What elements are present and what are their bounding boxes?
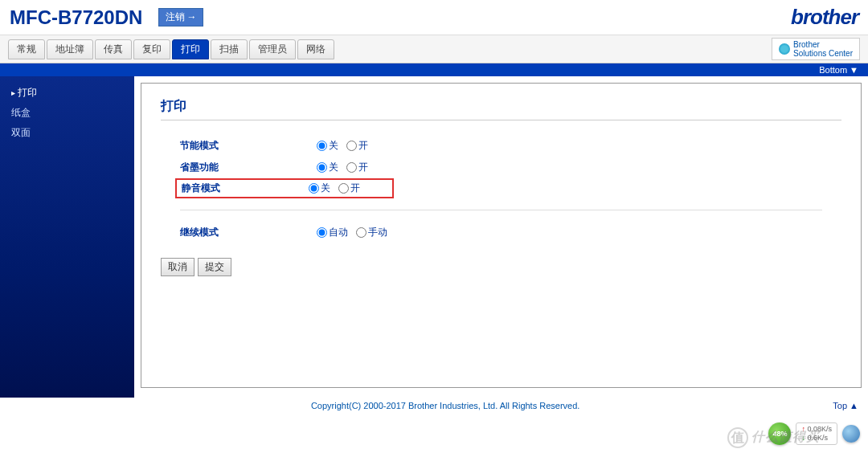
- form-buttons: 取消 提交: [161, 258, 841, 276]
- radio-input[interactable]: [338, 183, 349, 194]
- radio-option-0[interactable]: 关: [317, 161, 338, 174]
- tab-3[interactable]: 复印: [133, 39, 170, 59]
- form-row-3: 继续模式自动手动: [161, 222, 841, 243]
- tab-4[interactable]: 打印: [172, 39, 209, 59]
- form-row-1: 省墨功能关开: [161, 157, 841, 178]
- form-label: 继续模式: [180, 226, 317, 239]
- tab-1[interactable]: 地址簿: [47, 39, 93, 59]
- page-title: 打印: [161, 98, 841, 120]
- content-panel: 打印 节能模式关开省墨功能关开静音模式关开继续模式自动手动 取消 提交: [141, 83, 862, 388]
- copyright-text: Copyright(C) 2000-2017 Brother Industrie…: [58, 401, 833, 410]
- tab-0[interactable]: 常规: [8, 39, 45, 59]
- solutions-line2: Solutions Center: [793, 49, 853, 58]
- tab-7[interactable]: 网络: [297, 39, 334, 59]
- brand-logo: brother: [791, 5, 858, 30]
- radio-input[interactable]: [356, 227, 366, 238]
- radio-option-1[interactable]: 开: [346, 139, 368, 153]
- header: MFC-B7720DN 注销 brother: [0, 0, 868, 35]
- radio-option-0[interactable]: 关: [317, 139, 338, 153]
- divider: [180, 210, 822, 210]
- main: 打印纸盒双面 打印 节能模式关开省墨功能关开静音模式关开继续模式自动手动 取消 …: [0, 76, 868, 398]
- radio-option-0[interactable]: 自动: [317, 226, 348, 239]
- radio-input[interactable]: [317, 162, 327, 173]
- radio-input[interactable]: [317, 141, 327, 151]
- content-wrap: 打印 节能模式关开省墨功能关开静音模式关开继续模式自动手动 取消 提交: [134, 76, 868, 398]
- form-label: 静音模式: [177, 182, 309, 195]
- solutions-line1: Brother: [793, 40, 820, 49]
- form-options: 关开: [317, 139, 368, 153]
- radio-option-1[interactable]: 开: [346, 161, 368, 174]
- bottom-link[interactable]: Bottom ▼: [0, 63, 868, 76]
- tab-2[interactable]: 传真: [95, 39, 132, 59]
- solutions-center-link[interactable]: Brother Solutions Center: [772, 38, 860, 60]
- submit-button[interactable]: 提交: [198, 258, 231, 276]
- model-name: MFC-B7720DN: [10, 6, 142, 29]
- radio-input[interactable]: [346, 162, 357, 173]
- sidebar-item-0[interactable]: 打印: [0, 83, 134, 103]
- solutions-icon: [779, 43, 790, 55]
- sidebar-item-1[interactable]: 纸盒: [0, 103, 134, 123]
- sidebar-item-2[interactable]: 双面: [0, 123, 134, 143]
- radio-input[interactable]: [346, 141, 357, 151]
- cancel-button[interactable]: 取消: [161, 258, 194, 276]
- form-label: 节能模式: [180, 139, 317, 153]
- logout-button[interactable]: 注销: [158, 8, 203, 27]
- tab-6[interactable]: 管理员: [249, 39, 296, 59]
- radio-input[interactable]: [317, 227, 327, 238]
- form-options: 关开: [309, 182, 360, 195]
- radio-option-1[interactable]: 开: [338, 182, 360, 195]
- radio-option-1[interactable]: 手动: [356, 226, 387, 239]
- radio-input[interactable]: [309, 183, 319, 194]
- radio-option-0[interactable]: 关: [309, 182, 330, 195]
- form-options: 自动手动: [317, 226, 387, 239]
- form-label: 省墨功能: [180, 161, 317, 174]
- form-options: 关开: [317, 161, 368, 174]
- form-row-2: 静音模式关开: [175, 178, 394, 198]
- tab-bar: 常规地址簿传真复印打印扫描管理员网络 Brother Solutions Cen…: [0, 35, 868, 63]
- tab-5[interactable]: 扫描: [211, 39, 248, 59]
- footer: Copyright(C) 2000-2017 Brother Industrie…: [0, 398, 868, 414]
- form-row-0: 节能模式关开: [161, 135, 841, 157]
- sidebar: 打印纸盒双面: [0, 76, 134, 398]
- top-link[interactable]: Top ▲: [833, 401, 858, 410]
